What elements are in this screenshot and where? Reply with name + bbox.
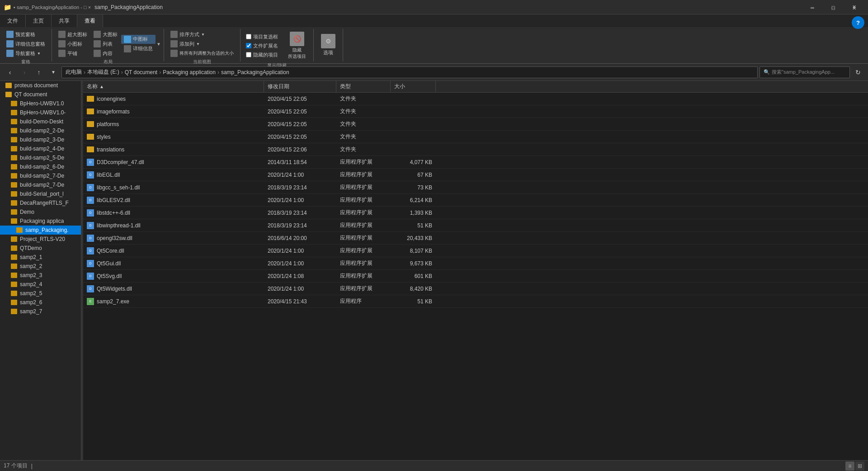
preview-pane-btn[interactable]: 预览窗格 [4, 30, 48, 39]
sidebar-item-samp21[interactable]: samp2_1 [0, 253, 81, 262]
file-date: 2020/1/24 1:00 [264, 248, 336, 254]
sidebar-item-decarange[interactable]: DecaRangeRTLS_F [0, 198, 81, 207]
refresh-button[interactable]: ↻ [852, 66, 864, 79]
file-row[interactable]: D libEGL.dll 2020/1/24 1:00 应用程序扩展 67 KB [83, 169, 868, 181]
sidebar-item-samp22[interactable]: samp2_2 [0, 262, 81, 271]
hidden-items-checkbox[interactable] [246, 52, 251, 57]
help-button[interactable]: ? [852, 16, 864, 29]
medium-icon-btn[interactable]: 中图标 [121, 35, 156, 44]
sidebar-item-build-samp23[interactable]: build-samp2_3-De [0, 135, 81, 144]
extralarge-btn[interactable]: 超大图标 [56, 30, 90, 39]
sidebar-item-project-rtls[interactable]: Project_RTLS-V20 [0, 235, 81, 244]
file-row[interactable]: styles 2020/4/15 22:05 文件夹 [83, 131, 868, 143]
hidden-items-toggle[interactable]: 隐藏的项目 [244, 51, 280, 59]
details-pane-btn[interactable]: 详细信息窗格 [4, 39, 48, 48]
file-row[interactable]: D libgcc_s_seh-1.dll 2018/3/19 23:14 应用程… [83, 181, 868, 194]
address-bar: ‹ › ↑ ▼ 此电脑 › 本地磁盘 (E:) › QT document › … [0, 64, 868, 81]
maximize-btn[interactable]: □ [823, 1, 844, 15]
sidebar-item-samp25[interactable]: samp2_5 [0, 289, 81, 298]
file-row[interactable]: D Qt5Core.dll 2020/1/24 1:00 应用程序扩展 8,10… [83, 245, 868, 257]
sidebar-item-qtdoc[interactable]: QT document [0, 90, 81, 99]
file-row[interactable]: translations 2020/4/15 22:06 文件夹 [83, 143, 868, 156]
file-row[interactable]: D libGLESV2.dll 2020/1/24 1:00 应用程序扩展 6,… [83, 194, 868, 207]
details-view-toggle[interactable]: ≡ [845, 462, 854, 471]
sidebar-item-build-samp26[interactable]: build-samp2_6-De [0, 162, 81, 171]
sort-btn[interactable]: 排序方式 ▼ [168, 30, 236, 39]
file-row[interactable]: iconengines 2020/4/15 22:05 文件夹 [83, 93, 868, 105]
file-date: 2018/3/19 23:14 [264, 210, 336, 216]
sidebar-item-samp26[interactable]: samp2_6 [0, 298, 81, 307]
file-row[interactable]: D D3Dcompiler_47.dll 2014/3/11 18:54 应用程… [83, 156, 868, 169]
breadcrumb-samp[interactable]: samp_PackagingApplication [221, 69, 289, 75]
nav-pane-btn[interactable]: 导航窗格 ▼ [4, 49, 48, 58]
sidebar-item-build-samp27b[interactable]: build-samp2_7-De [0, 180, 81, 189]
file-date: 2020/4/15 22:05 [264, 108, 336, 115]
item-checkboxes-checkbox[interactable] [246, 34, 251, 39]
breadcrumb[interactable]: 此电脑 › 本地磁盘 (E:) › QT document › Packagin… [61, 66, 758, 78]
breadcrumb-this-pc[interactable]: 此电脑 [66, 68, 82, 76]
large-icon-btn[interactable]: 大图标 [91, 30, 120, 39]
file-row[interactable]: D opengl32sw.dll 2016/6/14 20:00 应用程序扩展 … [83, 232, 868, 245]
sidebar-item-build-samp27a[interactable]: build-samp2_7-De [0, 171, 81, 180]
recent-locations-button[interactable]: ▼ [47, 66, 60, 79]
file-row[interactable]: imageformats 2020/4/15 22:05 文件夹 [83, 105, 868, 118]
col-header-name[interactable]: 名称 ▲ [83, 81, 264, 92]
sidebar-item-packaging[interactable]: Packaging applica [0, 217, 81, 226]
content-btn[interactable]: 内容 [91, 49, 120, 58]
file-row[interactable]: D Qt5Gui.dll 2020/1/24 1:00 应用程序扩展 9,673… [83, 257, 868, 270]
item-checkboxes-toggle[interactable]: 项目复选框 [244, 33, 280, 41]
folder-icon [5, 92, 12, 97]
file-row[interactable]: E samp2_7.exe 2020/4/15 21:43 应用程序 51 KB [83, 295, 868, 308]
file-row[interactable]: D Qt5Svg.dll 2020/1/24 1:08 应用程序扩展 601 K… [83, 270, 868, 283]
sidebar-item-samp24[interactable]: samp2_4 [0, 280, 81, 289]
sidebar-item-samp-pkg[interactable]: samp_Packaging. [0, 226, 81, 235]
sidebar-item-samp23[interactable]: samp2_3 [0, 271, 81, 280]
folder-icon [11, 218, 17, 224]
file-extensions-checkbox[interactable] [246, 43, 251, 48]
hide-selected-btn[interactable]: 🚫 隐藏所选项目 [284, 30, 310, 61]
breadcrumb-qtdoc[interactable]: QT document [125, 69, 157, 75]
tiles-btn[interactable]: 平铺 [56, 49, 90, 58]
file-extensions-toggle[interactable]: 文件扩展名 [244, 42, 280, 50]
search-box[interactable]: 🔍 搜索"samp_PackagingApp... [760, 66, 850, 78]
small-icon-btn[interactable]: 小图标 [56, 39, 90, 48]
sidebar-item-build-samp25[interactable]: build-samp2_5-De [0, 153, 81, 162]
sidebar-item-demo[interactable]: Demo [0, 207, 81, 217]
add-column-btn[interactable]: 添加列 ▼ [168, 39, 236, 48]
back-button[interactable]: ‹ [4, 66, 16, 79]
dll-icon: D [87, 260, 94, 267]
tab-share[interactable]: 共享 [52, 14, 77, 27]
tab-file[interactable]: 文件 [0, 14, 26, 27]
sidebar-item-build-demo[interactable]: build-Demo-Deskt [0, 117, 81, 126]
tab-home[interactable]: 主页 [26, 14, 52, 27]
large-view-toggle[interactable]: ⊞ [855, 462, 864, 471]
sidebar-item-build-samp22[interactable]: build-samp2_2-De [0, 126, 81, 135]
sidebar-item-qtdemo[interactable]: QTDemo [0, 244, 81, 253]
sidebar-item-samp27[interactable]: samp2_7 [0, 307, 81, 316]
file-row[interactable]: D libstdc++-6.dll 2018/3/19 23:14 应用程序扩展… [83, 207, 868, 219]
file-row[interactable]: D libwinpthread-1.dll 2018/3/19 23:14 应用… [83, 219, 868, 232]
col-header-size[interactable]: 大小 [391, 81, 436, 92]
sidebar-item-build-serial[interactable]: build-Serial_port_l [0, 189, 81, 198]
sidebar-item-bphero2[interactable]: BpHero-UWBV1.0- [0, 108, 81, 117]
details-view-btn[interactable]: 详细信息 [121, 44, 156, 53]
layout-expand-icon[interactable]: ▼ [156, 42, 161, 47]
tab-view[interactable]: 查看 [77, 14, 103, 27]
sidebar-item-build-samp24[interactable]: build-samp2_4-De [0, 144, 81, 153]
file-row[interactable]: platforms 2020/4/15 22:05 文件夹 [83, 118, 868, 131]
close-btn[interactable]: ✕ [844, 1, 864, 15]
fit-columns-btn[interactable]: 将所有列调整为合适的大小 [168, 49, 236, 58]
sidebar-item-proteus[interactable]: proteus document [0, 81, 81, 90]
forward-button[interactable]: › [18, 66, 31, 79]
options-btn[interactable]: ⚙ 选项 [317, 32, 339, 58]
sidebar-item-bphero1[interactable]: BpHero-UWBV1.0 [0, 99, 81, 108]
file-row[interactable]: D Qt5Widgets.dll 2020/1/24 1:00 应用程序扩展 8… [83, 283, 868, 295]
list-btn[interactable]: 列表 [91, 39, 120, 48]
col-header-date[interactable]: 修改日期 [264, 81, 336, 92]
minimize-btn[interactable]: ─ [802, 1, 823, 15]
ribbon-tabs: 文件 主页 共享 查看 ? [0, 14, 868, 27]
breadcrumb-drive[interactable]: 本地磁盘 (E:) [87, 68, 119, 76]
breadcrumb-packaging[interactable]: Packaging application [163, 69, 216, 75]
col-header-type[interactable]: 类型 [336, 81, 391, 92]
up-button[interactable]: ↑ [33, 66, 45, 79]
